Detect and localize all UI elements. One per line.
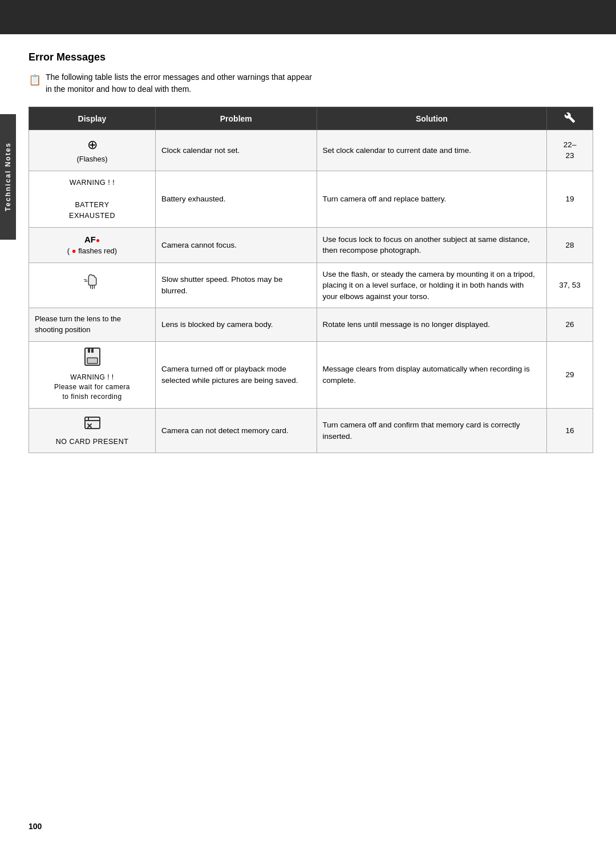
header-problem: Problem	[156, 107, 317, 130]
display-cell-5: Please turn the lens to the shooting pos…	[29, 308, 156, 342]
svg-rect-7	[91, 348, 94, 353]
error-messages-table: Display Problem Solution ⊕ (Flashes) Clo…	[29, 107, 593, 453]
problem-cell-1: Clock calendar not set.	[156, 130, 317, 171]
recording-icon	[35, 348, 149, 369]
intro-text: The following table lists the error mess…	[46, 71, 312, 95]
display-cell-7: NO CARD PRESENT	[29, 408, 156, 453]
note-icon: 📋	[29, 72, 41, 88]
problem-cell-6: Camera turned off or playback mode selec…	[156, 341, 317, 408]
shake-icon	[35, 272, 149, 299]
table-row: AF● ( ● flashes red) Camera cannot focus…	[29, 227, 593, 263]
solution-cell-6: Message clears from display automaticall…	[317, 341, 547, 408]
lens-label: Please turn the lens to the shooting pos…	[35, 314, 149, 336]
page-cell-3: 28	[547, 227, 593, 263]
table-row: WARNING ! !BATTERYEXHAUSTED Battery exha…	[29, 171, 593, 227]
table-header-row: Display Problem Solution	[29, 107, 593, 130]
no-card-label: NO CARD PRESENT	[35, 437, 149, 447]
solution-cell-3: Use focus lock to focus on another subje…	[317, 227, 547, 263]
af-icon: AF●	[84, 235, 100, 244]
solution-cell-2: Turn camera off and replace battery.	[317, 171, 547, 227]
page-title: Error Messages	[29, 51, 593, 63]
svg-rect-6	[88, 348, 90, 353]
display-cell-4	[29, 263, 156, 308]
display-cell-3: AF● ( ● flashes red)	[29, 227, 156, 263]
table-row: Please turn the lens to the shooting pos…	[29, 308, 593, 342]
solution-cell-7: Turn camera off and confirm that memory …	[317, 408, 547, 453]
svg-rect-9	[85, 417, 100, 429]
af-label: ( ● flashes red)	[35, 246, 149, 257]
page-number: 100	[29, 822, 42, 831]
main-content: Error Messages 📋 The following table lis…	[29, 51, 593, 487]
table-row: NO CARD PRESENT Camera can not detect me…	[29, 408, 593, 453]
display-cell-2: WARNING ! !BATTERYEXHAUSTED	[29, 171, 156, 227]
problem-cell-4: Slow shutter speed. Photos may be blurre…	[156, 263, 317, 308]
problem-cell-5: Lens is blocked by camera body.	[156, 308, 317, 342]
solution-cell-1: Set clock calendar to current date and t…	[317, 130, 547, 171]
flashes-label: (Flashes)	[35, 154, 149, 165]
intro-section: 📋 The following table lists the error me…	[29, 71, 593, 95]
header-display: Display	[29, 107, 156, 130]
header-solution: Solution	[317, 107, 547, 130]
page-cell-5: 26	[547, 308, 593, 342]
header-page	[547, 107, 593, 130]
table-row: WARNING ! !Please wait for camerato fini…	[29, 341, 593, 408]
page-cell-4: 37, 53	[547, 263, 593, 308]
no-card-icon	[35, 414, 149, 435]
side-tab-label: Technical Notes	[4, 142, 12, 211]
table-row: Slow shutter speed. Photos may be blurre…	[29, 263, 593, 308]
page-cell-2: 19	[547, 171, 593, 227]
display-cell-1: ⊕ (Flashes)	[29, 130, 156, 171]
problem-cell-3: Camera cannot focus.	[156, 227, 317, 263]
solution-cell-5: Rotate lens until message is no longer d…	[317, 308, 547, 342]
side-tab: Technical Notes	[0, 114, 16, 240]
display-cell-6: WARNING ! !Please wait for camerato fini…	[29, 341, 156, 408]
problem-cell-7: Camera can not detect memory card.	[156, 408, 317, 453]
page-cell-6: 29	[547, 341, 593, 408]
warning-recording-label: WARNING ! !Please wait for camerato fini…	[35, 373, 149, 402]
warning-battery-label: WARNING ! !BATTERYEXHAUSTED	[69, 179, 115, 220]
svg-rect-8	[87, 358, 98, 364]
clock-icon: ⊕	[35, 136, 149, 154]
svg-line-4	[84, 280, 87, 280]
top-bar	[0, 0, 616, 34]
page-cell-7: 16	[547, 408, 593, 453]
page-cell-1: 22–23	[547, 130, 593, 171]
problem-cell-2: Battery exhausted.	[156, 171, 317, 227]
solution-cell-4: Use the flash, or steady the camera by m…	[317, 263, 547, 308]
table-row: ⊕ (Flashes) Clock calendar not set. Set …	[29, 130, 593, 171]
